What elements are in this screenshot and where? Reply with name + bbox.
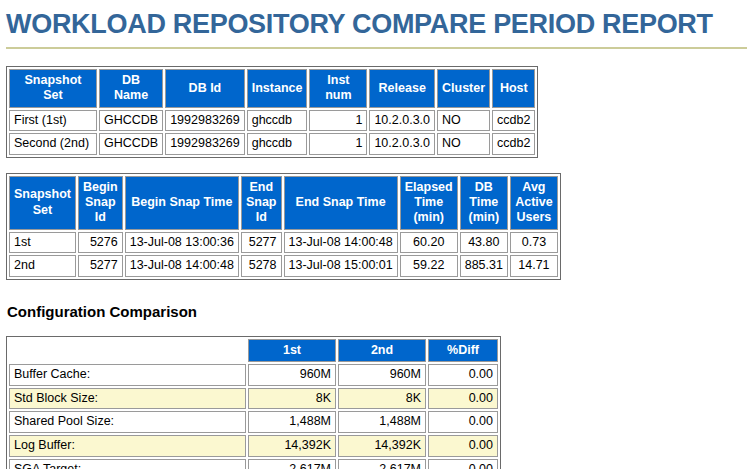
column-header: Host <box>492 69 535 108</box>
value-cell: 0.00 <box>428 435 498 457</box>
column-header: DB Name <box>99 69 163 108</box>
column-header: Snapshot Set <box>9 176 76 230</box>
table-cell: 885.31 <box>460 255 508 277</box>
value-cell: 14,392K <box>248 435 336 457</box>
header-row: Snapshot Set DB Name DB Id Instance Inst… <box>9 69 535 108</box>
row-label: SGA Target: <box>9 459 246 469</box>
column-header: Snapshot Set <box>9 69 97 108</box>
page-title: WORKLOAD REPOSITORY COMPARE PERIOD REPOR… <box>6 9 747 40</box>
table-cell: 10.2.0.3.0 <box>369 133 435 155</box>
table-row: First (1st) GHCCDB 1992983269 ghccdb 1 1… <box>9 110 535 132</box>
table-cell: 5277 <box>241 232 282 254</box>
column-header: 2nd <box>338 339 426 362</box>
table-cell: ccdb2 <box>492 110 535 132</box>
header-row: 1st 2nd %Diff <box>9 339 498 362</box>
column-header: Release <box>369 69 435 108</box>
table-cell: 13-Jul-08 15:00:01 <box>284 255 398 277</box>
value-cell: 8K <box>248 388 336 410</box>
table-cell: 60.20 <box>400 232 458 254</box>
table-cell: 1992983269 <box>165 110 245 132</box>
column-header: Cluster <box>437 69 490 108</box>
row-label: Log Buffer: <box>9 435 246 457</box>
table-cell: 0.73 <box>510 232 558 254</box>
column-header: Begin Snap Id <box>78 176 123 230</box>
table-cell: 13-Jul-08 14:00:48 <box>125 255 239 277</box>
table-cell: ghccdb <box>247 110 308 132</box>
title-rule <box>6 47 747 49</box>
row-label: Shared Pool Size: <box>9 411 246 433</box>
table-row: Second (2nd) GHCCDB 1992983269 ghccdb 1 … <box>9 133 535 155</box>
column-header: End Snap Time <box>284 176 398 230</box>
value-cell: 8K <box>338 388 426 410</box>
table-row: Shared Pool Size: 1,488M 1,488M 0.00 <box>9 411 498 433</box>
header-row: Snapshot Set Begin Snap Id Begin Snap Ti… <box>9 176 558 230</box>
table-cell: 1st <box>9 232 76 254</box>
value-cell: 0.00 <box>428 364 498 386</box>
table-cell: 5277 <box>78 255 123 277</box>
value-cell: 0.00 <box>428 388 498 410</box>
table-cell: NO <box>437 133 490 155</box>
column-header: 1st <box>248 339 336 362</box>
table-cell: 1 <box>309 133 367 155</box>
blank-header-cell <box>9 339 246 362</box>
table-row: 2nd 5277 13-Jul-08 14:00:48 5278 13-Jul-… <box>9 255 558 277</box>
table-cell: 59.22 <box>400 255 458 277</box>
table-cell: 43.80 <box>460 232 508 254</box>
table-cell: ghccdb <box>247 133 308 155</box>
table-cell: 2nd <box>9 255 76 277</box>
column-header: DB Time (min) <box>460 176 508 230</box>
value-cell: 1,488M <box>248 411 336 433</box>
column-header: Begin Snap Time <box>125 176 239 230</box>
value-cell: 2,617M <box>338 459 426 469</box>
table-cell: 1 <box>309 110 367 132</box>
value-cell: 14,392K <box>338 435 426 457</box>
table-cell: First (1st) <box>9 110 97 132</box>
value-cell: 960M <box>338 364 426 386</box>
column-header: DB Id <box>165 69 245 108</box>
column-header: Inst num <box>309 69 367 108</box>
row-label: Buffer Cache: <box>9 364 246 386</box>
table-cell: 10.2.0.3.0 <box>369 110 435 132</box>
column-header: End Snap Id <box>241 176 282 230</box>
value-cell: 1,488M <box>338 411 426 433</box>
table-cell: ccdb2 <box>492 133 535 155</box>
value-cell: 0.00 <box>428 411 498 433</box>
config-comparison-table: 1st 2nd %Diff Buffer Cache: 960M 960M 0.… <box>6 336 501 469</box>
value-cell: 0.00 <box>428 459 498 469</box>
value-cell: 2,617M <box>248 459 336 469</box>
table-cell: 5276 <box>78 232 123 254</box>
column-header: Avg Active Users <box>510 176 558 230</box>
table-cell: 1992983269 <box>165 133 245 155</box>
table-row: Std Block Size: 8K 8K 0.00 <box>9 388 498 410</box>
table-row: Log Buffer: 14,392K 14,392K 0.00 <box>9 435 498 457</box>
column-header: Instance <box>247 69 308 108</box>
table-cell: 14.71 <box>510 255 558 277</box>
column-header: %Diff <box>428 339 498 362</box>
table-cell: Second (2nd) <box>9 133 97 155</box>
config-comparison-heading: Configuration Comparison <box>7 303 747 320</box>
snapshot-times-table: Snapshot Set Begin Snap Id Begin Snap Ti… <box>6 173 561 280</box>
table-cell: NO <box>437 110 490 132</box>
table-cell: 5278 <box>241 255 282 277</box>
table-cell: 13-Jul-08 13:00:36 <box>125 232 239 254</box>
table-cell: GHCCDB <box>99 110 163 132</box>
table-row: Buffer Cache: 960M 960M 0.00 <box>9 364 498 386</box>
table-cell: GHCCDB <box>99 133 163 155</box>
snapshot-sets-table: Snapshot Set DB Name DB Id Instance Inst… <box>6 66 538 158</box>
value-cell: 960M <box>248 364 336 386</box>
column-header: Elapsed Time (min) <box>400 176 458 230</box>
table-row: 1st 5276 13-Jul-08 13:00:36 5277 13-Jul-… <box>9 232 558 254</box>
table-cell: 13-Jul-08 14:00:48 <box>284 232 398 254</box>
table-row: SGA Target: 2,617M 2,617M 0.00 <box>9 459 498 469</box>
row-label: Std Block Size: <box>9 388 246 410</box>
